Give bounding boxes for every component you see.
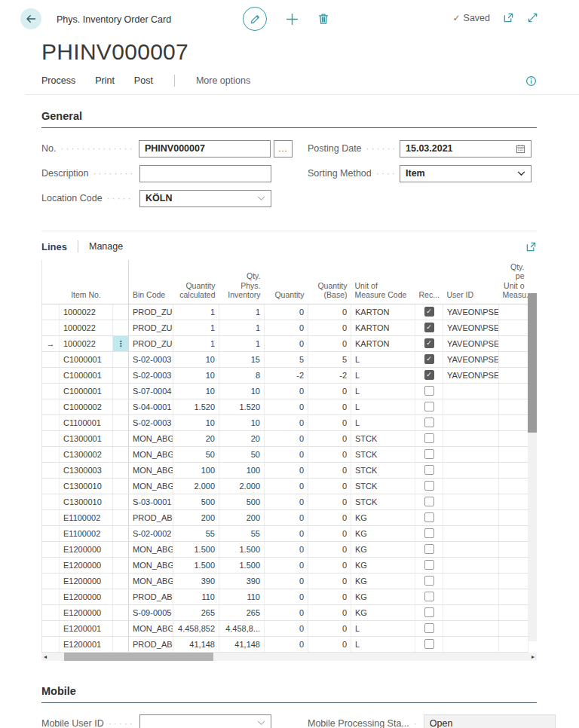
col-header-uom[interactable]: Unit of Measure Code xyxy=(351,260,415,304)
table-row[interactable]: C1000001S-07-0004101000L xyxy=(42,383,528,399)
row-options-cell[interactable] xyxy=(113,351,129,367)
recorded-checkbox[interactable] xyxy=(424,386,434,396)
sorting-method-select[interactable]: Item xyxy=(400,165,532,182)
table-row[interactable]: 1000022PROD_ZUG1100KARTONYAVEON\PSE... xyxy=(42,304,528,320)
tab-manage[interactable]: Manage xyxy=(89,241,123,252)
table-row[interactable]: E1200000MON_ABG1.5001.50000KG xyxy=(42,541,528,557)
table-row[interactable]: C1000001S-02-0003108-2-2LYAVEON\PSE... xyxy=(42,367,528,383)
open-in-new-window-icon[interactable] xyxy=(503,12,514,23)
row-options-cell[interactable] xyxy=(113,525,129,541)
chevron-down-icon[interactable] xyxy=(257,720,265,726)
mobile-heading[interactable]: Mobile xyxy=(41,685,537,703)
col-header-quantity[interactable]: Quantity xyxy=(265,260,308,304)
row-options-cell[interactable] xyxy=(113,320,129,335)
menu-process[interactable]: Process xyxy=(41,75,75,86)
expand-icon[interactable] xyxy=(527,12,538,23)
table-row[interactable]: C1300002MON_ABG505000STCK xyxy=(42,446,528,462)
recorded-checkbox[interactable] xyxy=(424,528,434,538)
recorded-checkbox[interactable] xyxy=(424,465,434,475)
horizontal-scrollbar-thumb[interactable] xyxy=(64,653,213,661)
row-options-cell[interactable] xyxy=(113,604,129,620)
table-row[interactable]: E1100002S-02-0002555500KG xyxy=(42,525,528,541)
table-row[interactable]: C1300010MON_ABG2.0002.00000STCK xyxy=(42,478,528,494)
menu-print[interactable]: Print xyxy=(95,75,115,86)
recorded-checkbox[interactable] xyxy=(424,354,434,364)
row-options-cell[interactable] xyxy=(113,636,129,652)
table-row[interactable]: E1200000PROD_ABG11011000KG xyxy=(42,589,528,604)
table-row[interactable]: C1100001S-02-0003101000L xyxy=(42,414,528,430)
recorded-checkbox[interactable] xyxy=(424,402,434,411)
recorded-checkbox[interactable] xyxy=(424,512,434,522)
vertical-scrollbar[interactable] xyxy=(528,293,537,641)
table-row[interactable]: →1000022⋮PROD_ZUG1100KARTONYAVEON\PSE... xyxy=(42,335,528,351)
row-options-cell[interactable] xyxy=(113,494,129,509)
table-row[interactable]: E1100002PROD_ABG20020000KG xyxy=(42,509,528,525)
table-row[interactable]: E1200000MON_ABG39039000KG xyxy=(42,573,528,589)
focus-mode-icon[interactable] xyxy=(525,241,537,252)
row-options-cell[interactable] xyxy=(113,383,129,399)
row-options-cell[interactable] xyxy=(113,573,129,589)
chevron-down-icon[interactable] xyxy=(517,171,525,176)
recorded-checkbox[interactable] xyxy=(424,307,434,317)
delete-icon[interactable] xyxy=(317,13,329,25)
horizontal-scrollbar[interactable]: ◂ ▸ xyxy=(41,653,537,661)
recorded-checkbox[interactable] xyxy=(424,623,434,633)
row-options-cell[interactable] xyxy=(113,430,129,446)
row-options-cell[interactable] xyxy=(113,367,129,383)
recorded-checkbox[interactable] xyxy=(424,576,434,586)
new-icon[interactable] xyxy=(286,13,299,26)
menu-post[interactable]: Post xyxy=(134,75,153,86)
recorded-checkbox[interactable] xyxy=(424,481,434,491)
calendar-icon[interactable] xyxy=(516,144,525,154)
recorded-checkbox[interactable] xyxy=(424,323,434,332)
scroll-right-icon[interactable]: ▸ xyxy=(532,653,535,661)
col-header-qty_calculated[interactable]: Quantity calculated xyxy=(173,260,219,304)
row-options-cell[interactable] xyxy=(113,557,129,573)
location-code-input[interactable]: KÖLN xyxy=(139,190,271,207)
posting-date-input[interactable]: 15.03.2021 xyxy=(400,140,532,158)
no-input[interactable]: PHINV000007 xyxy=(139,140,271,158)
info-icon[interactable] xyxy=(525,75,537,87)
table-row[interactable]: E1200000MON_ABG1.5001.50000KG xyxy=(42,557,528,573)
col-header-qty_base[interactable]: Quantity (Base) xyxy=(308,260,351,304)
recorded-checkbox[interactable] xyxy=(424,544,434,554)
recorded-checkbox[interactable] xyxy=(424,449,434,459)
table-row[interactable]: 1000022PROD_ZUG1100KARTONYAVEON\PSE... xyxy=(42,320,528,335)
table-row[interactable]: E1200000S-09-000526526500KG xyxy=(42,604,528,620)
table-row[interactable]: E1200001MON_ABG4.458,8524.458,8...00L xyxy=(42,620,528,636)
general-heading[interactable]: General xyxy=(41,110,537,128)
back-button[interactable] xyxy=(20,8,41,29)
table-row[interactable]: E1200001PROD_ABG41,14841,14800L xyxy=(42,636,528,652)
row-options-cell[interactable] xyxy=(113,462,129,478)
recorded-checkbox[interactable] xyxy=(424,560,434,570)
description-input[interactable] xyxy=(139,165,271,182)
table-row[interactable]: C1300001MON_ABG202000STCK xyxy=(42,430,528,446)
recorded-checkbox[interactable] xyxy=(424,418,434,427)
chevron-down-icon[interactable] xyxy=(257,196,265,201)
row-options-cell[interactable] xyxy=(113,414,129,430)
table-row[interactable]: C1000001S-02-0003101555LYAVEON\PSE... xyxy=(42,351,528,367)
col-header-recorded[interactable]: Rec... xyxy=(415,260,443,304)
col-header-qty_phys_inventory[interactable]: Qty. Phys. Inventory xyxy=(219,260,265,304)
recorded-checkbox[interactable] xyxy=(424,433,434,443)
row-options-cell[interactable]: ⋮ xyxy=(113,335,129,351)
row-menu-icon[interactable]: ⋮ xyxy=(117,339,125,348)
row-options-cell[interactable] xyxy=(113,399,129,414)
recorded-checkbox[interactable] xyxy=(424,639,434,649)
table-row[interactable]: C1300010S-03-000150050000STCK xyxy=(42,494,528,509)
edit-icon[interactable] xyxy=(243,7,267,31)
mobile-user-id-input[interactable] xyxy=(139,714,271,728)
row-options-cell[interactable] xyxy=(113,620,129,636)
tab-lines[interactable]: Lines xyxy=(41,241,67,252)
recorded-checkbox[interactable] xyxy=(424,370,434,380)
menu-more-options[interactable]: More options xyxy=(196,75,250,86)
recorded-checkbox[interactable] xyxy=(424,592,434,601)
recorded-checkbox[interactable] xyxy=(424,338,434,348)
col-header-item_no[interactable]: Item No. xyxy=(60,260,113,304)
row-options-cell[interactable] xyxy=(113,589,129,604)
table-row[interactable]: C1300003MON_ABG10010000STCK xyxy=(42,462,528,478)
row-options-cell[interactable] xyxy=(113,478,129,494)
recorded-checkbox[interactable] xyxy=(424,607,434,617)
row-options-cell[interactable] xyxy=(113,446,129,462)
vertical-scrollbar-thumb[interactable] xyxy=(528,293,537,433)
